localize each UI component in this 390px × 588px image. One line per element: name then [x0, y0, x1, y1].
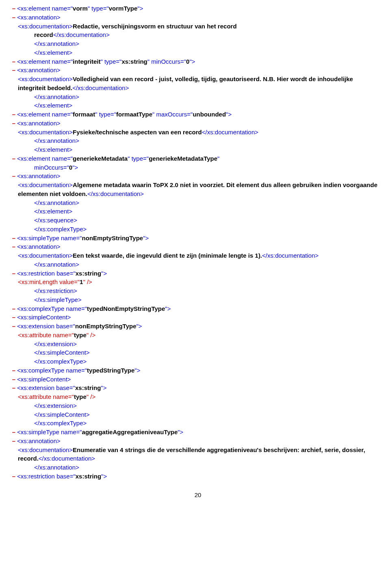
collapse-toggle[interactable]: –: [11, 242, 17, 251]
tag-close: </xs:documentation>: [53, 31, 110, 38]
collapse-toggle[interactable]: –: [11, 375, 17, 384]
doc-text: Redactie, verschijningsvorm en structuur…: [73, 23, 236, 30]
collapse-toggle[interactable]: –: [11, 13, 17, 22]
collapse-toggle[interactable]: –: [11, 437, 17, 446]
tag-close: </xs:sequence>: [34, 217, 77, 224]
attr-value: vorm: [73, 5, 88, 12]
collapse-toggle[interactable]: –: [11, 383, 17, 392]
collapse-toggle[interactable]: –: [11, 66, 17, 75]
collapse-toggle[interactable]: –: [11, 313, 17, 322]
collapse-toggle[interactable]: –: [11, 119, 17, 128]
collapse-toggle[interactable]: –: [11, 269, 17, 278]
collapse-toggle[interactable]: –: [11, 234, 17, 243]
tag-self-close: <xs:attribute name=": [18, 393, 74, 400]
tag-close: </xs:annotation>: [34, 40, 79, 47]
tag-open: <xs:documentation>: [18, 23, 73, 30]
doc-text: Een tekst waarde, die ingevuld dient te …: [73, 252, 262, 259]
collapse-toggle[interactable]: –: [11, 4, 17, 13]
doc-text: Fysieke/technische aspecten van een reco…: [73, 129, 202, 136]
tag: <xs:annotation>: [17, 14, 61, 21]
collapse-toggle[interactable]: –: [11, 57, 17, 66]
collapse-toggle[interactable]: –: [11, 472, 17, 481]
tag-close: </xs:complexType>: [34, 226, 87, 233]
collapse-toggle[interactable]: –: [11, 366, 17, 375]
tag-self-close: <xs:minLength value=": [18, 278, 80, 285]
tag-close: </xs:simpleType>: [34, 296, 82, 303]
collapse-toggle[interactable]: –: [11, 154, 17, 163]
collapse-toggle[interactable]: –: [11, 428, 17, 437]
tag-close: </xs:element>: [34, 49, 72, 56]
collapse-toggle[interactable]: –: [11, 110, 17, 119]
tag-close: </xs:restriction>: [34, 287, 77, 294]
tag-open: <xs:element name=": [17, 5, 73, 12]
collapse-toggle[interactable]: –: [11, 172, 17, 181]
collapse-toggle[interactable]: –: [11, 322, 17, 331]
page-number: 20: [18, 491, 378, 500]
collapse-toggle[interactable]: –: [11, 304, 17, 313]
tag-self-close: <xs:attribute name=": [18, 332, 74, 338]
